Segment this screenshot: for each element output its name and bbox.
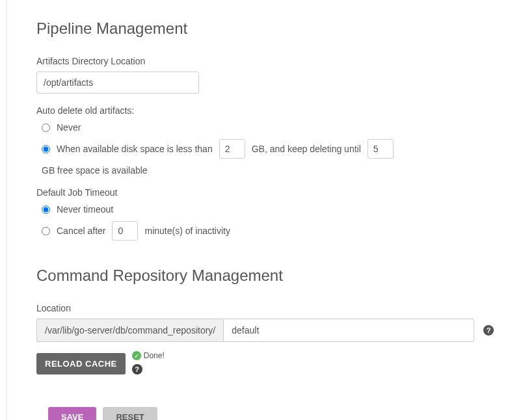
timeout-cancel-radio[interactable] <box>42 227 50 235</box>
auto-delete-when-prefix: When available disk space is less than <box>57 144 213 154</box>
timeout-minutes-input[interactable] <box>112 221 138 241</box>
help-icon[interactable]: ? <box>132 364 142 374</box>
auto-delete-gb-mid: GB, and keep deleting until <box>252 144 361 154</box>
artifacts-dir-input[interactable] <box>36 72 199 94</box>
done-label: Done! <box>144 351 165 360</box>
auto-delete-label: Auto delete old artifacts: <box>36 105 494 116</box>
pipeline-management-section: Pipeline Management Artifacts Directory … <box>36 20 494 241</box>
save-button[interactable]: SAVE <box>48 407 96 420</box>
auto-delete-gb-suffix: GB free space is available <box>42 165 148 176</box>
reset-button[interactable]: RESET <box>103 407 157 420</box>
auto-delete-threshold-input[interactable] <box>219 139 245 159</box>
timeout-cancel-suffix: minute(s) of inactivity <box>144 226 230 236</box>
cmdrepo-heading: Command Repository Management <box>36 267 494 285</box>
pipeline-heading: Pipeline Management <box>36 20 494 38</box>
cmdrepo-location-label: Location <box>36 303 494 313</box>
auto-delete-never-label: Never <box>57 122 81 133</box>
cmdrepo-location-input[interactable] <box>223 319 474 342</box>
timeout-cancel-prefix: Cancel after <box>57 226 105 236</box>
command-repo-section: Command Repository Management Location /… <box>36 267 494 374</box>
auto-delete-when-radio[interactable] <box>42 145 50 153</box>
reload-cache-button[interactable]: RELOAD CACHE <box>36 353 126 374</box>
cmdrepo-location-prefix: /var/lib/go-server/db/command_repository… <box>36 319 223 342</box>
auto-delete-keep-input[interactable] <box>368 139 394 159</box>
timeout-label: Default Job Timeout <box>36 187 494 198</box>
check-icon: ✓ <box>132 351 141 360</box>
timeout-never-label: Never timeout <box>57 204 113 215</box>
auto-delete-never-radio[interactable] <box>42 124 50 132</box>
done-badge: ✓ Done! <box>132 351 165 360</box>
artifacts-dir-label: Artifacts Directory Location <box>36 56 494 66</box>
timeout-never-radio[interactable] <box>42 205 50 214</box>
help-icon[interactable]: ? <box>483 325 494 335</box>
